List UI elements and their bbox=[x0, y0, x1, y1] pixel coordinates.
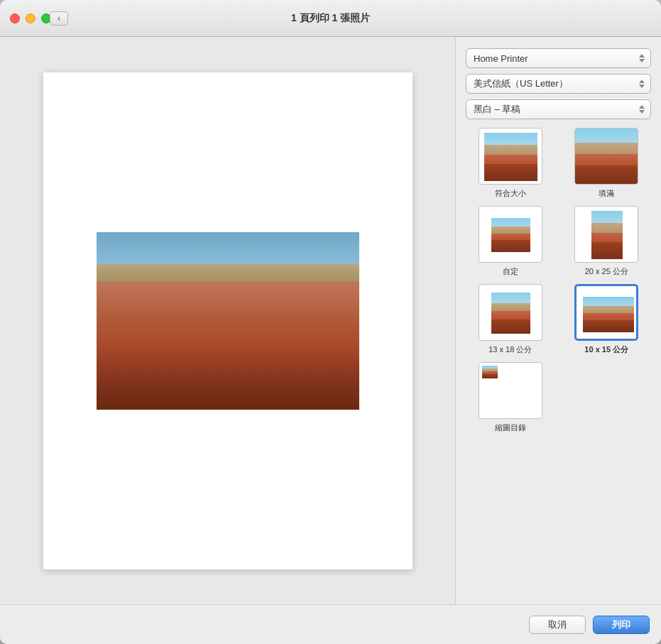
thumb-photo-fit bbox=[484, 133, 537, 181]
option-label-catalog: 縮圖目錄 bbox=[495, 422, 526, 433]
dropdown-arrow-quality bbox=[639, 105, 645, 114]
option-thumb-10x15 bbox=[574, 284, 638, 341]
paper-preview bbox=[43, 72, 413, 569]
print-window: ‹ 1 頁列印 1 張照片 Home Printer bbox=[0, 0, 661, 644]
quality-dropdown-value: 黑白 – 草稿 bbox=[474, 103, 520, 116]
option-label-custom: 自定 bbox=[503, 266, 518, 277]
option-thumb-13x18 bbox=[479, 284, 542, 341]
option-label-fill: 填滿 bbox=[599, 188, 614, 199]
thumb-photo-custom bbox=[491, 218, 530, 252]
thumb-photo-fill bbox=[575, 129, 638, 185]
back-button[interactable]: ‹ bbox=[50, 11, 68, 26]
back-icon: ‹ bbox=[58, 13, 60, 23]
print-button[interactable]: 列印 bbox=[593, 616, 650, 634]
traffic-lights bbox=[10, 13, 51, 23]
option-20x25[interactable]: 20 x 25 公分 bbox=[562, 206, 652, 277]
sidebar: Home Printer 美式信紙（US Letter） 黑白 – 草稿 bbox=[455, 37, 661, 604]
preview-image bbox=[97, 232, 359, 410]
photo-preview bbox=[97, 232, 359, 410]
paper-dropdown-value: 美式信紙（US Letter） bbox=[474, 77, 568, 90]
quality-dropdown[interactable]: 黑白 – 草稿 bbox=[466, 99, 651, 119]
option-thumb-20x25 bbox=[574, 206, 638, 263]
option-13x18[interactable]: 13 x 18 公分 bbox=[466, 284, 555, 355]
thumb-photo-catalog bbox=[482, 366, 498, 378]
option-label-10x15: 10 x 15 公分 bbox=[584, 344, 628, 355]
dropdown-arrow-printer bbox=[639, 54, 645, 62]
option-fill[interactable]: 填滿 bbox=[562, 128, 652, 199]
thumb-photo-20x25 bbox=[591, 211, 623, 259]
paper-dropdown[interactable]: 美式信紙（US Letter） bbox=[466, 74, 651, 94]
minimize-button[interactable] bbox=[26, 13, 35, 23]
close-button[interactable] bbox=[10, 13, 20, 23]
option-thumb-custom bbox=[479, 206, 542, 263]
cancel-button[interactable]: 取消 bbox=[529, 616, 586, 634]
option-thumb-catalog bbox=[479, 362, 542, 419]
option-fit[interactable]: 符合大小 bbox=[466, 128, 555, 199]
printer-dropdown-value: Home Printer bbox=[474, 53, 528, 64]
option-label-20x25: 20 x 25 公分 bbox=[585, 266, 628, 277]
dropdown-arrow-paper bbox=[639, 80, 645, 88]
print-options-grid: 符合大小 填滿 自定 bbox=[466, 128, 651, 433]
main-content: Home Printer 美式信紙（US Letter） 黑白 – 草稿 bbox=[0, 37, 661, 604]
option-thumb-fill bbox=[574, 128, 638, 185]
option-label-fit: 符合大小 bbox=[495, 188, 526, 199]
titlebar: ‹ 1 頁列印 1 張照片 bbox=[0, 0, 661, 37]
thumb-photo-13x18 bbox=[491, 293, 530, 334]
window-title: 1 頁列印 1 張照片 bbox=[291, 12, 370, 25]
thumb-photo-10x15 bbox=[583, 297, 634, 332]
option-thumb-fit bbox=[479, 128, 542, 185]
preview-area bbox=[0, 37, 455, 604]
option-catalog[interactable]: 縮圖目錄 bbox=[466, 362, 555, 433]
option-label-13x18: 13 x 18 公分 bbox=[488, 344, 532, 355]
printer-dropdown[interactable]: Home Printer bbox=[466, 48, 651, 68]
option-10x15[interactable]: 10 x 15 公分 bbox=[562, 284, 652, 355]
option-custom[interactable]: 自定 bbox=[466, 206, 555, 277]
bottom-bar: 取消 列印 bbox=[0, 604, 661, 644]
